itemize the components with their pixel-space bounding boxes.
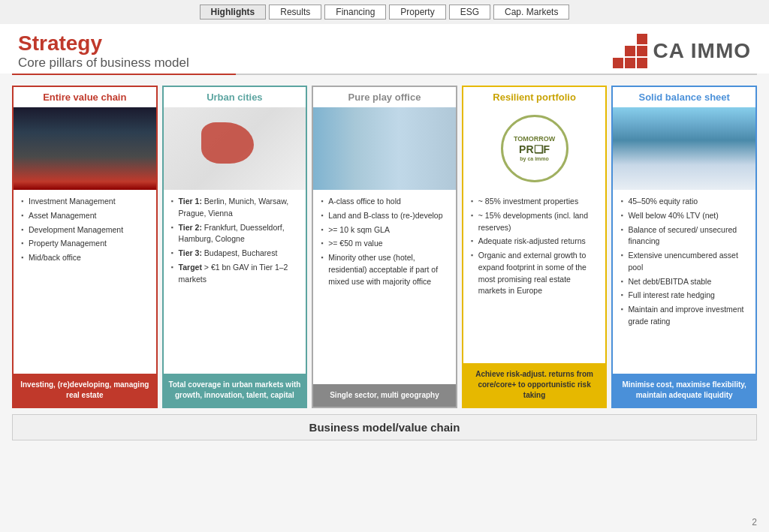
page-subtitle: Core pillars of business model bbox=[18, 56, 189, 71]
list-item: Asset Management bbox=[21, 210, 149, 222]
pillar-resilient-portfolio: Resilient portfolio TOMORROW PR❑F by ca … bbox=[462, 86, 608, 408]
pillar-footer-1: Investing, (re)developing, managing real… bbox=[14, 374, 156, 407]
tomorrow-line1: TOMORROW bbox=[514, 135, 555, 143]
pillar-image-3 bbox=[313, 107, 456, 190]
logo-block-2 bbox=[625, 34, 635, 44]
tab-property[interactable]: Property bbox=[389, 5, 445, 20]
list-item: ~ 15% developments (incl. land reserves) bbox=[471, 210, 599, 234]
header-title-block: Strategy Core pillars of business model bbox=[18, 32, 189, 71]
tab-highlights[interactable]: Highlights bbox=[200, 5, 267, 20]
list-item: Extensive unencumbered asset pool bbox=[620, 250, 748, 274]
pillar-solid-balance-sheet: Solid balance sheet 45–50% equity ratio … bbox=[611, 86, 757, 408]
pillar-footer-4: Achieve risk-adjust. returns from core/c… bbox=[463, 363, 606, 407]
page-number: 2 bbox=[752, 517, 757, 527]
pillar-title-4: Resilient portfolio bbox=[463, 87, 606, 107]
list-item: ~ 85% investment properties bbox=[471, 196, 599, 208]
office-image bbox=[313, 107, 456, 190]
tomorrow-proof: PR❑F bbox=[519, 143, 550, 156]
business-model-bar: Business model/value chain bbox=[12, 414, 757, 440]
tomorrow-byline: by ca immo bbox=[520, 156, 549, 162]
pillar-body-4: ~ 85% investment properties ~ 15% develo… bbox=[463, 190, 606, 363]
list-item: Tier 1: Berlin, Munich, Warsaw, Prague, … bbox=[171, 196, 299, 220]
map-highlight bbox=[201, 122, 254, 164]
logo-block-4 bbox=[613, 46, 623, 56]
tier-text-3: Budapest, Bucharest bbox=[204, 248, 277, 257]
pillar-image-4: TOMORROW PR❑F by ca immo bbox=[463, 107, 606, 190]
pillar-body-3: A-class office to hold Land and B-class … bbox=[313, 190, 456, 384]
tab-cap-markets[interactable]: Cap. Markets bbox=[493, 5, 569, 20]
list-item: Property Management bbox=[21, 238, 149, 250]
logo-text: CA IMMO bbox=[653, 39, 751, 63]
target-label: Target bbox=[179, 263, 202, 272]
list-item: >= 10 k sqm GLA bbox=[321, 224, 448, 236]
logo-block-8 bbox=[625, 58, 635, 68]
list-item: Net debt/EBITDA stable bbox=[620, 276, 748, 288]
building-image-1 bbox=[14, 107, 156, 190]
list-item: Mid/back office bbox=[21, 252, 149, 264]
logo-block-1 bbox=[613, 34, 623, 44]
tomorrow-image: TOMORROW PR❑F by ca immo bbox=[463, 107, 606, 190]
pillar-pure-play-office: Pure play office A-class office to hold … bbox=[312, 86, 457, 408]
pillar-image-2 bbox=[164, 107, 306, 190]
logo-block-5 bbox=[625, 46, 635, 56]
list-item: Minority other use (hotel, residential) … bbox=[321, 252, 448, 287]
page-header: Strategy Core pillars of business model … bbox=[0, 24, 769, 74]
pillar-body-1: Investment Management Asset Management D… bbox=[14, 190, 156, 374]
tomorrow-badge: TOMORROW PR❑F by ca immo bbox=[501, 115, 568, 182]
tier-label-2: Tier 2: bbox=[179, 223, 202, 232]
building-image-2 bbox=[613, 107, 755, 190]
pillar-footer-5: Minimise cost, maximise flexibility, mai… bbox=[613, 374, 755, 407]
list-item: Full interest rate hedging bbox=[620, 290, 748, 302]
ca-immo-logo-blocks bbox=[613, 34, 647, 68]
pillar-image-1 bbox=[14, 107, 156, 190]
list-item: Adequate risk-adjusted returns bbox=[471, 236, 599, 248]
main-content: Entire value chain Investment Management… bbox=[0, 75, 769, 446]
pillar-title-2: Urban cities bbox=[164, 87, 306, 107]
list-item: >= €50 m value bbox=[321, 238, 448, 250]
pillar-title-3: Pure play office bbox=[313, 87, 456, 107]
list-item: Tier 2: Frankfurt, Duesseldorf, Hamburg,… bbox=[171, 222, 299, 246]
list-item: Maintain and improve investment grade ra… bbox=[620, 304, 748, 328]
list-item: Investment Management bbox=[21, 196, 149, 208]
list-item: Target > €1 bn GAV in Tier 1–2 markets bbox=[171, 262, 299, 286]
pillar-title-5: Solid balance sheet bbox=[613, 87, 755, 107]
list-item: Organic and external growth to expand fo… bbox=[471, 250, 599, 297]
top-navigation: Highlights Results Financing Property ES… bbox=[0, 0, 769, 24]
logo-block-6 bbox=[637, 46, 647, 56]
list-item: Tier 3: Budapest, Bucharest bbox=[171, 248, 299, 260]
tab-financing[interactable]: Financing bbox=[324, 5, 386, 20]
pillars-row: Entire value chain Investment Management… bbox=[12, 86, 757, 408]
map-image bbox=[164, 107, 306, 190]
tier-label-3: Tier 3: bbox=[179, 248, 202, 257]
logo-block-7 bbox=[613, 58, 623, 68]
pillar-title-1: Entire value chain bbox=[14, 87, 156, 107]
logo-area: CA IMMO bbox=[613, 34, 751, 68]
pillar-entire-value-chain: Entire value chain Investment Management… bbox=[12, 86, 158, 408]
list-item: 45–50% equity ratio bbox=[620, 196, 748, 208]
list-item: Development Management bbox=[21, 224, 149, 236]
tab-results[interactable]: Results bbox=[269, 5, 321, 20]
list-item: Balance of secured/ unsecured financing bbox=[620, 224, 748, 248]
logo-block-3 bbox=[637, 34, 647, 44]
pillar-footer-2: Total coverage in urban markets with gro… bbox=[164, 374, 306, 407]
tab-esg[interactable]: ESG bbox=[449, 5, 490, 20]
logo-block-9 bbox=[637, 58, 647, 68]
list-item: A-class office to hold bbox=[321, 196, 448, 208]
page-title: Strategy bbox=[18, 32, 189, 56]
tier-label-1: Tier 1: bbox=[179, 197, 202, 206]
pillar-image-5 bbox=[613, 107, 755, 190]
pillar-body-5: 45–50% equity ratio Well below 40% LTV (… bbox=[613, 190, 755, 374]
pillar-body-2: Tier 1: Berlin, Munich, Warsaw, Prague, … bbox=[164, 190, 306, 374]
list-item: Well below 40% LTV (net) bbox=[620, 210, 748, 222]
pillar-urban-cities: Urban cities Tier 1: Berlin, Munich, War… bbox=[162, 86, 308, 408]
list-item: Land and B-class to (re-)develop bbox=[321, 210, 448, 222]
pillar-footer-3: Single sector, multi geography bbox=[313, 384, 456, 407]
